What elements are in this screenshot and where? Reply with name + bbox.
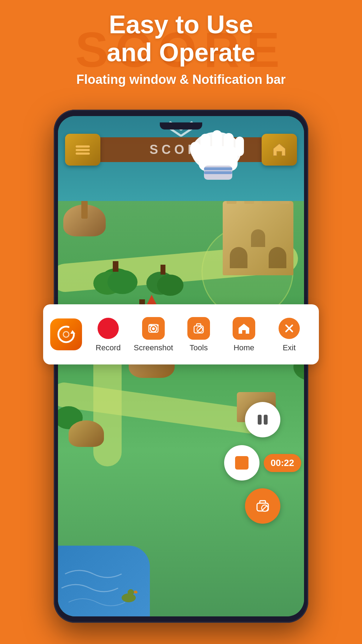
toolbar-record-button[interactable]: Record [86, 313, 131, 356]
phone-mockup: SCORE [54, 110, 308, 623]
recording-controls: 00:22 [224, 402, 302, 524]
screenshot-icon-bg [142, 317, 165, 340]
title-line2: and Operate [107, 38, 255, 67]
phone-frame: SCORE [54, 110, 308, 623]
subtitle: Floating window & Notification bar [14, 72, 348, 87]
svg-rect-1 [76, 149, 90, 151]
phone-screen: SCORE [58, 116, 304, 616]
stop-button[interactable] [224, 445, 259, 481]
svg-point-14 [58, 327, 74, 342]
home-icon-bg [233, 317, 255, 340]
exit-circle-icon [279, 318, 300, 339]
tower-mound-left [63, 205, 106, 236]
tools-icon-bg [187, 317, 210, 340]
stop-square-icon [235, 456, 249, 470]
hand-cursor-illustration [185, 123, 255, 185]
game-home-button[interactable] [262, 134, 297, 166]
phone-notch [160, 122, 202, 130]
record-label: Record [96, 343, 121, 352]
stop-timer-row: 00:22 [224, 445, 302, 481]
water-pond [58, 546, 150, 616]
svg-rect-20 [149, 324, 152, 326]
floating-toolbar: Record Screenshot [43, 304, 319, 364]
toolbar-home-button[interactable]: Home [221, 313, 267, 356]
exit-icon-wrapper [277, 316, 301, 340]
svg-marker-3 [273, 144, 285, 156]
game-menu-button[interactable] [65, 134, 100, 166]
svg-rect-0 [76, 145, 90, 148]
castle-tower-right [223, 201, 293, 275]
recording-tools-button[interactable] [245, 488, 280, 524]
toolbar-exit-button[interactable]: Exit [267, 313, 312, 356]
svg-rect-2 [76, 153, 90, 155]
svg-marker-15 [70, 330, 75, 334]
toolbar-tools-button[interactable]: Tools [176, 313, 221, 356]
svg-rect-29 [264, 415, 268, 425]
svg-point-16 [63, 332, 69, 337]
svg-rect-12 [204, 167, 232, 170]
screenshot-label: Screenshot [134, 343, 173, 352]
tools-label: Tools [189, 343, 208, 352]
recording-timer: 00:22 [264, 454, 302, 472]
toolbar-screenshot-button[interactable]: Screenshot [131, 313, 176, 356]
exit-label: Exit [283, 343, 296, 352]
tower-lower-left [69, 420, 104, 447]
screenshot-icon-wrapper [141, 316, 165, 340]
pause-button[interactable] [245, 402, 280, 437]
main-title: Easy to Use and Operate [14, 11, 348, 67]
title-line1: Easy to Use [109, 10, 253, 39]
record-dot-icon [98, 318, 119, 339]
svg-marker-25 [239, 324, 249, 334]
svg-point-18 [152, 327, 155, 330]
svg-rect-28 [258, 415, 262, 425]
home-label: Home [234, 343, 255, 352]
tools-icon-wrapper [187, 316, 211, 340]
app-icon[interactable] [50, 318, 82, 350]
home-icon-wrapper [232, 316, 256, 340]
svg-rect-13 [204, 171, 232, 174]
header-section: Easy to Use and Operate Floating window … [0, 11, 362, 87]
svg-rect-21 [157, 324, 159, 326]
record-icon-wrapper [96, 316, 120, 340]
